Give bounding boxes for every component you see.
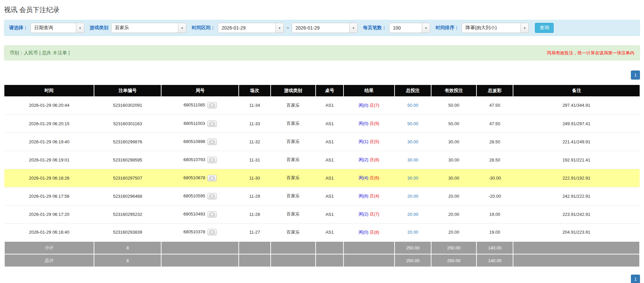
cell-game-type: 百家乐 [271,205,316,223]
table-header-row: 时间 注单编号 局号 场次 游戏类别 桌号 结果 总投注 有效投注 总派彩 备注 [4,85,640,96]
chevron-down-icon[interactable]: ▾ [422,23,430,33]
chevron-down-icon[interactable]: ▾ [76,23,84,33]
subtotal-payout: 140.00 [476,241,513,254]
cell-game-type: 百家乐 [271,133,316,151]
cell-round-id: 680510595 [161,187,239,205]
per-page-dropdown[interactable]: 100 ▾ [389,23,430,33]
cell-total-bet: 30.00 [395,151,431,169]
cell-valid-bet: 30.00 [431,169,476,187]
roadmap-icon[interactable] [208,211,217,218]
player-result: 闲(0) [359,121,368,126]
page-1-button[interactable]: 1 [631,275,640,283]
round-id-text: 680511085 [184,102,205,107]
cell-result: 闲(4) 庄(6) [343,169,394,187]
cell-bet-id: 523160299876 [94,133,162,151]
roadmap-icon[interactable] [208,157,217,163]
total-bet-link[interactable]: 50.00 [407,121,418,126]
total-label: 总计 [4,254,94,267]
header-table-no: 桌号 [316,85,343,96]
cell-game-type: 百家乐 [271,223,316,241]
page-title: 视讯 会员下注纪录 [4,5,640,14]
table-row: 2026-01-29 06:17:56523160296468680510595… [4,187,640,205]
roadmap-icon[interactable] [208,139,217,145]
cell-remark: 204.91/223.91 [513,223,640,241]
chevron-down-icon[interactable]: ▾ [520,23,528,33]
total-bet-link[interactable]: 30.00 [407,176,418,181]
cell-game-type: 百家乐 [271,96,316,114]
banker-result: 庄(8) [370,157,379,162]
cell-table-no: AS1 [316,187,343,205]
player-result: 闲(8) [359,193,368,198]
subtotal-empty-cell [161,241,239,254]
subtotal-empty-cell [343,241,394,254]
date-from-value: 2026-01-29 [218,23,275,33]
cell-valid-bet: 30.00 [431,151,476,169]
cell-total-bet: 20.00 [395,187,431,205]
cell-payout: -30.00 [476,169,513,187]
page: 视讯 会员下注纪录 请选择： 日期查询 ▾ 游戏类别 百家乐 ▾ 时间区间： 2… [0,0,644,283]
cell-remark: 242.91/222.91 [513,187,640,205]
select-type-label: 请选择： [9,25,28,31]
date-range-separator: ~ [286,25,289,31]
table-row: 2026-01-29 06:19:01523160298595680510793… [4,151,640,169]
cell-valid-bet: 50.00 [431,96,476,114]
banker-result: 庄(6) [370,175,379,180]
roadmap-icon[interactable] [208,175,217,181]
total-bet-link[interactable]: 50.00 [407,103,418,108]
date-from-dropdown[interactable]: 2026-01-29 ▾ [218,23,284,33]
select-type-dropdown[interactable]: 日期查询 ▾ [31,23,84,33]
header-session: 场次 [239,85,271,96]
sort-order-dropdown[interactable]: 降幂(由大到小) ▾ [462,23,529,33]
total-bet-link[interactable]: 20.00 [407,194,418,199]
game-type-dropdown[interactable]: 百家乐 ▾ [111,23,186,33]
total-bet-link[interactable]: 20.00 [407,212,418,217]
date-to-dropdown[interactable]: 2026-01-29 ▾ [292,23,358,33]
table-row: 2026-01-29 06:16:40523160293839680510378… [4,223,640,241]
table-row: 2026-01-29 06:19:40523160299876680510898… [4,133,640,151]
banker-result: 庄(4) [370,193,379,198]
roadmap-icon[interactable] [208,102,217,108]
total-bet-link[interactable]: 30.00 [407,157,418,162]
info-bar: 币别：人民币 | 总共 :8 注单 | 同局有效投注，统一计算在该局第一张注单内 [4,45,640,60]
chevron-down-icon[interactable]: ▾ [349,23,357,33]
cell-bet-id: 523160295232 [94,205,162,223]
cell-time: 2026-01-29 06:20:44 [4,96,94,114]
total-row: 总计 8 250.00 250.00 140.00 [4,254,640,267]
table-row: 2026-01-29 06:17:20523160295232680510493… [4,205,640,223]
cell-remark: 222.91/192.91 [513,169,640,187]
cell-total-bet: 50.00 [395,96,431,114]
cell-payout: 28.50 [476,151,513,169]
total-bet-link[interactable]: 20.00 [407,230,418,235]
cell-remark: 192.91/221.41 [513,151,640,169]
cell-payout: 47.50 [476,114,513,133]
cell-valid-bet: 50.00 [431,114,476,133]
cell-session: 11-27 [239,223,271,241]
table-row: 2026-01-29 06:20:44523160302091680511085… [4,96,640,114]
cell-table-no: AS1 [316,151,343,169]
cell-bet-id: 523160301163 [94,114,162,133]
cell-remark: 249.91/297.41 [513,114,640,133]
total-bet-link[interactable]: 30.00 [407,139,418,144]
cell-round-id: 680511003 [161,114,239,133]
cell-result: 闲(0) 庄(7) [343,96,394,114]
cell-round-id: 680510898 [161,133,239,151]
subtotal-empty-cell [513,241,640,254]
cell-time: 2026-01-29 06:20:15 [4,114,94,133]
cell-payout: 47.50 [476,96,513,114]
search-button[interactable]: 查询 [535,23,554,33]
total-empty-cell [239,254,271,267]
game-type-value: 百家乐 [111,23,178,33]
per-page-label: 每页笔数： [363,25,386,31]
player-result: 闲(0) [359,103,368,108]
cell-result: 闲(0) 庄(9) [343,114,394,133]
banker-result: 庄(8) [370,230,379,235]
currency-summary-text: 币别：人民币 | 总共 :8 注单 | [10,50,70,56]
page-1-button[interactable]: 1 [631,70,640,80]
roadmap-icon[interactable] [208,229,217,235]
chevron-down-icon[interactable]: ▾ [275,23,283,33]
cell-result: 闲(2) 庄(8) [343,151,394,169]
chevron-down-icon[interactable]: ▾ [178,23,186,33]
roadmap-icon[interactable] [208,121,217,127]
cell-payout: -20.00 [476,187,513,205]
roadmap-icon[interactable] [208,193,217,199]
